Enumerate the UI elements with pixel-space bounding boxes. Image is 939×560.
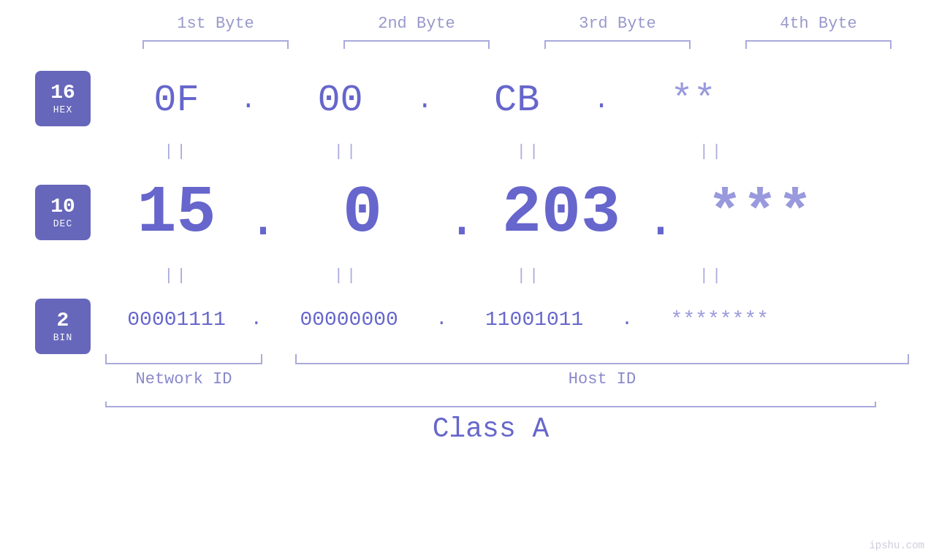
hex-badge-num: 16 [50,82,75,104]
bin-row: 00001111 . 00000000 . 11001011 . *******… [105,290,909,348]
host-id-label: Host ID [569,370,636,388]
bracket-3 [544,40,691,49]
host-id-bracket [295,354,909,364]
equals-4: || [699,142,724,161]
bracket-1 [142,40,289,49]
equals-3: || [517,142,541,161]
bin-badge-label: BIN [53,332,72,343]
network-id-bracket [105,354,262,364]
class-label: Class A [433,413,550,445]
bracket-4 [745,40,892,49]
equals-5: || [164,266,189,285]
dec-dot-3: . [645,192,676,250]
dec-badge: 10 DEC [35,185,91,240]
bin-value-1: 00001111 [127,308,225,331]
dec-dot-1: . [248,192,278,250]
byte-header-2: 2nd Byte [329,15,504,33]
equals-row-2: || || || || [105,261,909,290]
hex-value-4: ** [671,79,716,122]
dec-value-3: 203 [502,176,620,250]
byte-headers-row: 1st Byte 2nd Byte 3rd Byte 4th Byte [115,15,919,33]
equals-row-1: || || || || [105,137,909,166]
base-badges-column: 16 HEX 10 DEC 2 BIN [35,71,91,445]
main-container: 1st Byte 2nd Byte 3rd Byte 4th Byte 16 H… [0,0,939,560]
dec-value-1: 15 [137,176,216,250]
bin-dot-1: . [251,308,262,330]
dot-3: . [593,85,609,115]
network-id-label: Network ID [135,370,232,388]
hex-badge: 16 HEX [35,71,91,126]
byte-header-4: 4th Byte [731,15,906,33]
byte-header-1: 1st Byte [128,15,303,33]
equals-6: || [334,266,359,285]
hex-badge-label: HEX [53,104,72,115]
equals-1: || [164,142,189,161]
bracket-2 [343,40,490,49]
bin-badge: 2 BIN [35,299,91,354]
bin-value-4: ******** [671,308,769,331]
equals-7: || [517,266,541,285]
hex-row: 0F . 00 . CB . ** [105,64,909,137]
top-brackets-row [115,40,919,49]
bottom-brackets-container [105,354,909,364]
dec-value-4: *** [707,180,813,247]
bin-dot-2: . [436,308,448,330]
id-labels-row: Network ID Host ID [105,370,909,388]
dec-row: 15 . 0 . 203 . *** [105,166,909,261]
dec-badge-label: DEC [53,218,72,229]
dot-2: . [417,85,433,115]
dec-badge-num: 10 [50,196,75,218]
dec-value-2: 0 [343,176,382,250]
bin-value-2: 00000000 [300,308,398,331]
hex-value-2: 00 [317,79,362,122]
hex-value-3: CB [494,79,539,122]
bin-value-3: 11001011 [485,308,583,331]
equals-2: || [334,142,359,161]
byte-header-3: 3rd Byte [530,15,705,33]
equals-8: || [699,266,724,285]
dot-1: . [240,85,256,115]
dec-dot-2: . [446,192,477,250]
class-bar [105,402,876,407]
bin-dot-3: . [621,308,633,330]
hex-value-1: 0F [153,79,199,122]
class-label-container: Class A [105,413,876,445]
bin-badge-num: 2 [57,310,69,332]
watermark: ipshu.com [869,540,924,551]
